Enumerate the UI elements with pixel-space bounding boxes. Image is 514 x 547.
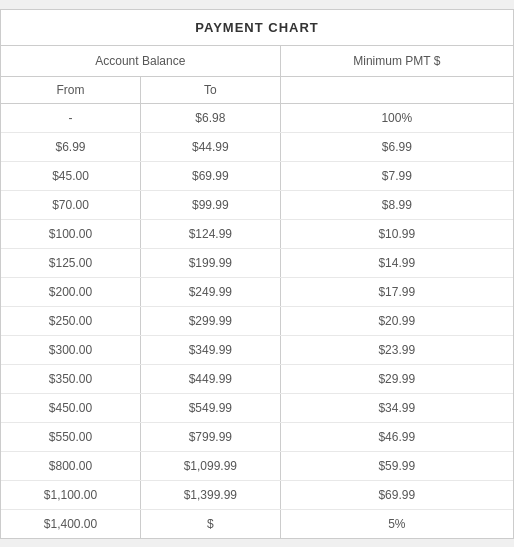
cell-to: $549.99 (141, 393, 281, 422)
table-row: $1,400.00$5% (1, 509, 513, 538)
cell-pmt: $14.99 (280, 248, 513, 277)
cell-from: - (1, 103, 141, 132)
cell-pmt: $8.99 (280, 190, 513, 219)
cell-to: $1,099.99 (141, 451, 281, 480)
cell-to: $349.99 (141, 335, 281, 364)
payment-chart: PAYMENT CHART Account Balance Minimum PM… (0, 9, 514, 539)
cell-to: $69.99 (141, 161, 281, 190)
from-subheader: From (1, 76, 141, 103)
cell-pmt: $20.99 (280, 306, 513, 335)
cell-pmt: 100% (280, 103, 513, 132)
cell-from: $45.00 (1, 161, 141, 190)
cell-to: $799.99 (141, 422, 281, 451)
cell-pmt: $69.99 (280, 480, 513, 509)
cell-from: $6.99 (1, 132, 141, 161)
cell-from: $350.00 (1, 364, 141, 393)
table-row: $70.00$99.99$8.99 (1, 190, 513, 219)
cell-pmt: $10.99 (280, 219, 513, 248)
table-row: $300.00$349.99$23.99 (1, 335, 513, 364)
table-row: $350.00$449.99$29.99 (1, 364, 513, 393)
cell-pmt: $29.99 (280, 364, 513, 393)
cell-to: $299.99 (141, 306, 281, 335)
cell-to: $99.99 (141, 190, 281, 219)
cell-from: $70.00 (1, 190, 141, 219)
table-row: $250.00$299.99$20.99 (1, 306, 513, 335)
cell-to: $249.99 (141, 277, 281, 306)
cell-from: $100.00 (1, 219, 141, 248)
cell-pmt: $59.99 (280, 451, 513, 480)
cell-from: $200.00 (1, 277, 141, 306)
cell-from: $450.00 (1, 393, 141, 422)
cell-to: $6.98 (141, 103, 281, 132)
pmt-subheader (280, 76, 513, 103)
cell-from: $250.00 (1, 306, 141, 335)
table-row: $550.00$799.99$46.99 (1, 422, 513, 451)
to-subheader: To (141, 76, 281, 103)
table-row: $800.00$1,099.99$59.99 (1, 451, 513, 480)
cell-from: $1,100.00 (1, 480, 141, 509)
cell-pmt: $6.99 (280, 132, 513, 161)
table-row: $200.00$249.99$17.99 (1, 277, 513, 306)
table-row: $450.00$549.99$34.99 (1, 393, 513, 422)
cell-pmt: $34.99 (280, 393, 513, 422)
minimum-pmt-header: Minimum PMT $ (280, 46, 513, 77)
table-row: $1,100.00$1,399.99$69.99 (1, 480, 513, 509)
table-row: $100.00$124.99$10.99 (1, 219, 513, 248)
account-balance-header: Account Balance (1, 46, 280, 77)
cell-to: $1,399.99 (141, 480, 281, 509)
table-row: $45.00$69.99$7.99 (1, 161, 513, 190)
cell-to: $124.99 (141, 219, 281, 248)
cell-to: $199.99 (141, 248, 281, 277)
table-row: -$6.98100% (1, 103, 513, 132)
chart-title: PAYMENT CHART (1, 10, 513, 46)
cell-pmt: $46.99 (280, 422, 513, 451)
cell-pmt: 5% (280, 509, 513, 538)
cell-from: $550.00 (1, 422, 141, 451)
cell-pmt: $17.99 (280, 277, 513, 306)
table-row: $125.00$199.99$14.99 (1, 248, 513, 277)
cell-to: $ (141, 509, 281, 538)
cell-from: $1,400.00 (1, 509, 141, 538)
table-row: $6.99$44.99$6.99 (1, 132, 513, 161)
cell-from: $125.00 (1, 248, 141, 277)
cell-to: $449.99 (141, 364, 281, 393)
cell-to: $44.99 (141, 132, 281, 161)
cell-from: $300.00 (1, 335, 141, 364)
cell-pmt: $23.99 (280, 335, 513, 364)
cell-pmt: $7.99 (280, 161, 513, 190)
cell-from: $800.00 (1, 451, 141, 480)
